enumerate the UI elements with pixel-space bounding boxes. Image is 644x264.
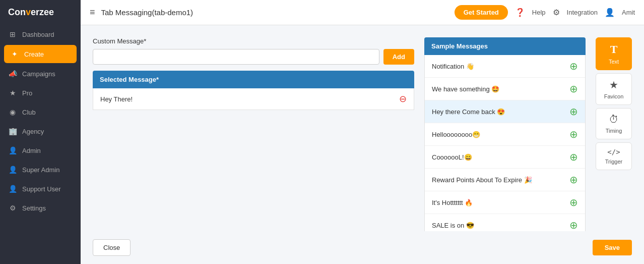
sample-message-row[interactable]: Notification 👋⊕ (425, 55, 585, 78)
nav-icon-agency: 🏢 (8, 127, 17, 135)
sample-message-row[interactable]: Reward Points About To Expire 🎉⊕ (425, 169, 585, 191)
add-sample-icon[interactable]: ⊕ (569, 60, 578, 72)
nav-label-create: Create (24, 50, 44, 58)
sample-message-text: Reward Points About To Expire 🎉 (432, 176, 532, 184)
tool-panel: TText★Favicon⏱Timing</>Trigger (596, 37, 632, 231)
sample-message-row[interactable]: Helloooooooo😁⊕ (425, 123, 585, 146)
favicon-tool-icon: ★ (609, 79, 618, 91)
nav-label-pro: Pro (22, 89, 32, 97)
add-button[interactable]: Add (383, 49, 414, 65)
sample-message-text: CooooooL!😄 (432, 153, 472, 161)
left-panel: Custom Message* Add Selected Message* He… (93, 37, 414, 231)
sample-message-row[interactable]: SALE is on 😎⊕ (425, 214, 585, 231)
nav-label-support-user: Support User (22, 185, 61, 193)
add-sample-icon[interactable]: ⊕ (569, 105, 578, 118)
nav-icon-create: ✦ (10, 50, 19, 58)
add-sample-icon[interactable]: ⊕ (569, 83, 578, 95)
get-started-button[interactable]: Get Started (455, 5, 508, 20)
add-sample-icon[interactable]: ⊕ (569, 196, 578, 208)
nav-label-admin: Admin (22, 147, 41, 154)
user-label[interactable]: Amit (622, 9, 635, 16)
selected-message-header: Selected Message* (93, 71, 414, 88)
close-button[interactable]: Close (93, 239, 131, 256)
sidebar-nav: ⊞Dashboard✦Create📣Campaigns★Pro◉Club🏢Age… (0, 25, 81, 218)
tool-button-trigger[interactable]: </>Trigger (596, 142, 632, 170)
tool-button-favicon[interactable]: ★Favicon (596, 73, 632, 105)
nav-icon-dashboard: ⊞ (8, 30, 17, 38)
nav-icon-campaigns: 📣 (8, 70, 17, 78)
sidebar-item-create[interactable]: ✦Create (4, 45, 77, 63)
add-sample-icon[interactable]: ⊕ (569, 151, 578, 163)
nav-icon-pro: ★ (8, 89, 17, 97)
sidebar-item-pro[interactable]: ★Pro (0, 83, 81, 102)
remove-message-icon[interactable]: ⊖ (399, 93, 407, 104)
sample-message-text: Helloooooooo😁 (432, 131, 480, 138)
tool-button-text[interactable]: TText (596, 37, 632, 70)
tool-label-trigger: Trigger (605, 159, 622, 165)
sample-panel: Sample Messages Notification 👋⊕We have s… (424, 37, 586, 231)
tool-button-timing[interactable]: ⏱Timing (596, 108, 632, 139)
tool-label-favicon: Favicon (604, 93, 624, 99)
sample-message-text: It's Hottttttt 🔥 (432, 199, 473, 206)
tool-label-timing: Timing (606, 128, 622, 134)
sidebar-item-agency[interactable]: 🏢Agency (0, 122, 81, 141)
custom-message-label: Custom Message* (93, 37, 414, 45)
menu-icon[interactable]: ≡ (90, 7, 95, 18)
logo: Converzee (8, 7, 54, 18)
selected-message-item: Hey There!⊖ (93, 88, 414, 110)
logo-area: Converzee (0, 0, 81, 25)
sidebar-item-support-user[interactable]: 👤Support User (0, 179, 81, 198)
custom-message-row: Add (93, 49, 414, 65)
add-sample-icon[interactable]: ⊕ (569, 219, 578, 231)
add-sample-icon[interactable]: ⊕ (569, 174, 578, 186)
footer-bar: Close Save (81, 231, 644, 264)
user-icon[interactable]: 👤 (605, 8, 615, 17)
help-label[interactable]: Help (532, 9, 546, 16)
nav-label-settings: Settings (22, 204, 46, 212)
nav-icon-super-admin: 👤 (8, 166, 17, 174)
sidebar-item-super-admin[interactable]: 👤Super Admin (0, 160, 81, 179)
selected-message-text: Hey There! (100, 95, 133, 103)
sample-message-text: Notification 👋 (432, 63, 474, 70)
add-sample-icon[interactable]: ⊕ (569, 128, 578, 140)
trigger-tool-icon: </> (607, 148, 620, 156)
topbar: ≡ Tab Messaging(tab-demo1) Get Started ❓… (81, 0, 644, 25)
nav-label-super-admin: Super Admin (22, 166, 59, 174)
sample-message-row[interactable]: We have something 🤩⊕ (425, 78, 585, 100)
sample-message-row[interactable]: CooooooL!😄⊕ (425, 146, 585, 169)
custom-message-input[interactable] (93, 49, 379, 65)
custom-message-section: Custom Message* Add Selected Message* He… (93, 37, 414, 110)
sidebar: Converzee ⊞Dashboard✦Create📣Campaigns★Pr… (0, 0, 81, 264)
selected-messages-list: Hey There!⊖ (93, 88, 414, 110)
topbar-actions: Get Started ❓ Help ⚙ Integration 👤 Amit (455, 5, 635, 20)
text-tool-icon: T (610, 43, 618, 56)
sidebar-item-campaigns[interactable]: 📣Campaigns (0, 64, 81, 83)
nav-icon-club: ◉ (8, 108, 17, 116)
sidebar-item-admin[interactable]: 👤Admin (0, 141, 81, 160)
sample-message-row[interactable]: It's Hottttttt 🔥⊕ (425, 191, 585, 214)
integration-label[interactable]: Integration (567, 9, 598, 16)
tool-label-text: Text (609, 59, 619, 65)
sample-message-text: Hey there Come back 😍 (432, 108, 505, 116)
sample-message-row[interactable]: Hey there Come back 😍⊕ (425, 100, 585, 123)
help-icon[interactable]: ❓ (515, 8, 525, 17)
timing-tool-icon: ⏱ (609, 114, 619, 125)
nav-label-campaigns: Campaigns (22, 70, 55, 78)
nav-icon-admin: 👤 (8, 146, 17, 154)
sidebar-item-dashboard[interactable]: ⊞Dashboard (0, 25, 81, 44)
sidebar-item-settings[interactable]: ⚙Settings (0, 198, 81, 218)
sample-message-text: We have something 🤩 (432, 85, 499, 93)
save-button[interactable]: Save (593, 240, 632, 255)
nav-label-club: Club (22, 109, 36, 116)
sample-message-text: SALE is on 😎 (432, 222, 474, 229)
sample-messages-list: Notification 👋⊕We have something 🤩⊕Hey t… (424, 55, 586, 231)
nav-label-dashboard: Dashboard (22, 31, 54, 38)
content-area: Custom Message* Add Selected Message* He… (81, 25, 644, 231)
sample-messages-header: Sample Messages (424, 37, 586, 55)
nav-icon-settings: ⚙ (8, 204, 17, 212)
settings-icon[interactable]: ⚙ (553, 8, 560, 17)
main-area: ≡ Tab Messaging(tab-demo1) Get Started ❓… (81, 0, 644, 264)
nav-label-agency: Agency (22, 128, 44, 135)
nav-icon-support-user: 👤 (8, 185, 17, 193)
sidebar-item-club[interactable]: ◉Club (0, 102, 81, 122)
